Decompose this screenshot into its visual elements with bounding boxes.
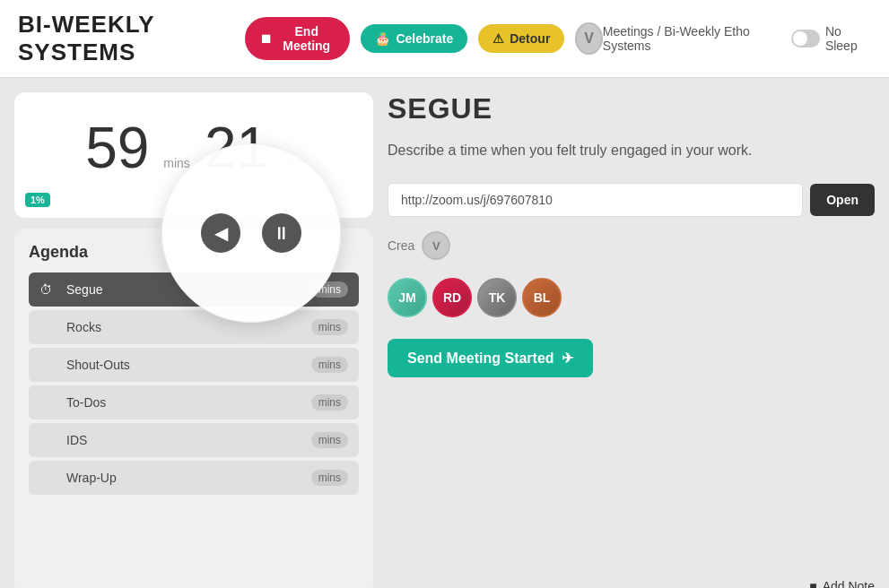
agenda-item-mins: mins (311, 394, 348, 411)
participant-initials: BL (524, 280, 560, 316)
agenda-item[interactable]: Wrap-Up mins (29, 461, 359, 495)
celebrate-label: Celebrate (396, 31, 453, 46)
header-left: BI-WEEKLY SYSTEMS ⏹ End Meeting 🎂 Celebr… (18, 11, 603, 66)
zoom-url-input[interactable] (388, 183, 803, 217)
add-note-label: Add Note (823, 579, 875, 588)
participant-initials: RD (434, 280, 470, 316)
created-row: Crea V (388, 231, 875, 260)
back-icon: ◀ (214, 222, 228, 244)
timer-controls-overlay: ◀ ⏸ (161, 143, 341, 323)
agenda-item-name: Shout-Outs (66, 358, 311, 372)
send-meeting-started-button[interactable]: Send Meeting Started ✈ (388, 339, 593, 377)
timer-badge: 1% (25, 193, 50, 207)
end-meeting-button[interactable]: ⏹ End Meeting (245, 17, 350, 60)
send-meeting-label: Send Meeting Started (407, 350, 554, 367)
zoom-open-button[interactable]: Open (810, 184, 875, 216)
agenda-item-name: To-Dos (66, 395, 311, 410)
timer-mins-label: mins (163, 156, 190, 170)
agenda-item-mins: mins (311, 470, 348, 486)
end-meeting-label: End Meeting (277, 24, 336, 53)
participant-avatar: TK (477, 278, 517, 317)
participant-initials: TK (479, 280, 515, 316)
send-icon: ✈ (562, 350, 573, 367)
agenda-item-mins: mins (311, 432, 348, 448)
agenda-item-name: IDS (66, 433, 311, 447)
main-content: 59 mins 21 sec 1% Agenda ⏱ Segue mins Ro… (0, 78, 889, 588)
participant-avatar: RD (432, 278, 472, 317)
header-right: Meetings / Bi-Weekly Etho Systems No Sle… (603, 24, 871, 53)
participant-avatar: JM (388, 278, 427, 317)
agenda-item[interactable]: Rocks mins (29, 310, 359, 344)
created-label: Crea (388, 238, 414, 253)
add-note-icon: ■ (809, 579, 816, 588)
timer-minutes: 59 (85, 119, 149, 177)
agenda-item-icon: ⏱ (39, 282, 57, 297)
agenda-item[interactable]: Shout-Outs mins (29, 348, 359, 382)
segue-description: Describe a time when you felt truly enga… (388, 140, 875, 161)
right-panel: SEGUE Describe a time when you felt trul… (388, 92, 875, 588)
segue-title: SEGUE (388, 92, 875, 125)
agenda-item-name: Rocks (66, 320, 311, 334)
participant-initials: JM (389, 280, 425, 316)
zoom-open-label: Open (826, 193, 858, 207)
no-sleep-label: No Sleep (825, 24, 871, 53)
participant-avatar: BL (522, 278, 562, 317)
page-title: BI-WEEKLY SYSTEMS (18, 11, 234, 66)
agenda-item-mins: mins (311, 357, 348, 373)
celebrate-button[interactable]: 🎂 Celebrate (361, 24, 467, 53)
timer-back-button[interactable]: ◀ (201, 213, 240, 253)
no-sleep-toggle: No Sleep (791, 24, 871, 53)
agenda-item-mins: mins (311, 319, 348, 335)
detour-icon: ⚠ (492, 31, 504, 46)
breadcrumb-parent: Meetings (603, 24, 654, 39)
participants-row: JMRDTKBL (388, 278, 875, 317)
celebrate-icon: 🎂 (375, 31, 390, 46)
zoom-row: Open (388, 183, 875, 217)
agenda-item-name: Wrap-Up (66, 471, 311, 485)
no-sleep-switch[interactable] (791, 30, 820, 48)
pause-icon: ⏸ (273, 223, 291, 244)
header: BI-WEEKLY SYSTEMS ⏹ End Meeting 🎂 Celebr… (0, 0, 889, 78)
detour-button[interactable]: ⚠ Detour (478, 24, 564, 53)
add-note-button[interactable]: ■ Add Note (809, 579, 875, 588)
timer-pause-button[interactable]: ⏸ (262, 213, 301, 253)
detour-label: Detour (510, 31, 550, 46)
end-meeting-icon: ⏹ (259, 31, 272, 46)
agenda-item[interactable]: To-Dos mins (29, 385, 359, 419)
agenda-item[interactable]: IDS mins (29, 423, 359, 457)
breadcrumb: Meetings / Bi-Weekly Etho Systems (603, 24, 780, 53)
agenda-list: ⏱ Segue mins Rocks mins Shout-Outs mins … (29, 272, 359, 495)
creator-avatar: V (422, 231, 450, 260)
avatar[interactable]: V (575, 22, 602, 55)
